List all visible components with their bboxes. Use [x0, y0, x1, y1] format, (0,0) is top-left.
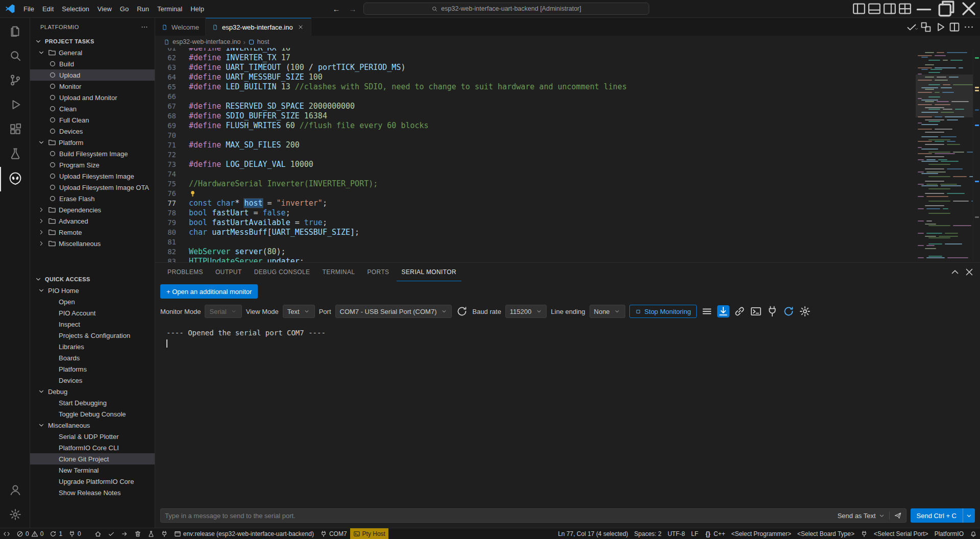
- send-options-chevron[interactable]: [963, 508, 975, 523]
- task-program-size[interactable]: Program Size: [30, 159, 155, 170]
- activitybar-testing[interactable]: [0, 142, 30, 167]
- baud-rate-select[interactable]: 115200: [505, 305, 547, 318]
- code-line-82[interactable]: 82WebServer server(80);: [155, 247, 916, 257]
- close-button[interactable]: [958, 0, 980, 17]
- task-build[interactable]: Build: [30, 58, 155, 69]
- task-devices[interactable]: Devices: [30, 126, 155, 137]
- panel-tab-problems[interactable]: PROBLEMS: [162, 263, 208, 281]
- auto-reconnect[interactable]: [782, 305, 795, 317]
- code-line-80[interactable]: 80char uartMessBuff[UART_MESSBUF_SIZE];: [155, 228, 916, 237]
- panel-tab-ports[interactable]: PORTS: [362, 263, 394, 281]
- statusbar-pio-serial-monitor[interactable]: [158, 528, 171, 539]
- code-line-72[interactable]: 72: [155, 150, 916, 160]
- minimap[interactable]: [916, 48, 973, 262]
- code-line-62[interactable]: 62#define INVERTER_TX 17: [155, 53, 916, 63]
- qa-show-release-notes[interactable]: Show Release Notes: [30, 487, 155, 498]
- group-pio-home[interactable]: PIO Home: [30, 285, 155, 296]
- code-content[interactable]: 61#define INVERTER_RX 1662#define INVERT…: [155, 48, 916, 262]
- open-changes-icon[interactable]: [920, 21, 932, 33]
- panel-tab-debug-console[interactable]: DEBUG CONSOLE: [249, 263, 315, 281]
- code-line-66[interactable]: 66: [155, 92, 916, 102]
- menu-go[interactable]: Go: [116, 4, 133, 14]
- code-line-64[interactable]: 64#define UART_MESSBUF_SIZE 100: [155, 72, 916, 82]
- folder-general[interactable]: General: [30, 47, 155, 58]
- panel-tab-serial-monitor[interactable]: SERIAL MONITOR: [397, 263, 462, 281]
- toggle-panel-icon[interactable]: [867, 0, 882, 17]
- menu-view[interactable]: View: [93, 4, 116, 14]
- menu-selection[interactable]: Selection: [58, 4, 93, 14]
- tab-esp32-web-interface-ino[interactable]: esp32-web-interface.ino: [206, 18, 311, 36]
- more-actions-icon[interactable]: [963, 21, 975, 33]
- customize-layout-icon[interactable]: [897, 0, 913, 17]
- qa-platforms[interactable]: Platforms: [30, 363, 155, 375]
- forward-button[interactable]: →: [347, 5, 358, 13]
- group-debug[interactable]: Debug: [30, 386, 155, 397]
- maximize-panel-icon[interactable]: [949, 266, 961, 278]
- activitybar-source-control[interactable]: [0, 69, 30, 93]
- folder-dependencies[interactable]: Dependencies: [30, 204, 155, 215]
- menu-help[interactable]: Help: [186, 4, 208, 14]
- activitybar-explorer[interactable]: [0, 20, 30, 44]
- section-project-tasks[interactable]: PROJECT TASKS: [30, 36, 155, 47]
- lightbulb-icon[interactable]: [189, 190, 197, 198]
- task-upload-filesystem-image-ota[interactable]: Upload Filesystem Image OTA: [30, 182, 155, 193]
- refresh-ports-icon[interactable]: [456, 305, 468, 317]
- line-ending-select[interactable]: None: [590, 305, 625, 318]
- back-button[interactable]: ←: [331, 5, 342, 13]
- more-actions-icon[interactable]: [140, 23, 149, 31]
- stop-monitoring-button[interactable]: Stop Monitoring: [629, 305, 697, 318]
- qa-serial-udp-plotter[interactable]: Serial & UDP Plotter: [30, 431, 155, 442]
- send-ctrl-c-button[interactable]: Send Ctrl + C: [911, 508, 963, 523]
- statusbar-sync-count[interactable]: 1: [46, 528, 65, 539]
- activitybar-accounts[interactable]: [0, 479, 30, 503]
- code-line-79[interactable]: 79bool fastUartAvailable = true;: [155, 218, 916, 228]
- close-panel-icon[interactable]: [964, 266, 975, 278]
- toggle-primary-sidebar-icon[interactable]: [851, 0, 867, 17]
- autoscroll-toggle[interactable]: [717, 305, 729, 317]
- run-task-icon[interactable]: [905, 21, 918, 33]
- activitybar-run-and-debug[interactable]: [0, 93, 30, 118]
- open-in-terminal[interactable]: [750, 305, 762, 317]
- statusbar-pio-home[interactable]: [91, 528, 105, 539]
- qa-boards[interactable]: Boards: [30, 352, 155, 363]
- activitybar-search[interactable]: [0, 44, 30, 69]
- qa-devices[interactable]: Devices: [30, 375, 155, 386]
- task-erase-flash[interactable]: Erase Flash: [30, 193, 155, 204]
- activitybar-extensions[interactable]: [0, 118, 30, 142]
- split-editor-icon[interactable]: [948, 21, 961, 33]
- folder-remote[interactable]: Remote: [30, 227, 155, 238]
- statusbar-pio-build[interactable]: [105, 528, 118, 539]
- code-line-75[interactable]: 75//HardwareSerial Inverter(INVERTER_POR…: [155, 179, 916, 189]
- statusbar-encoding[interactable]: UTF-8: [665, 528, 688, 539]
- menu-terminal[interactable]: Terminal: [153, 4, 186, 14]
- restore-button[interactable]: [935, 0, 958, 17]
- task-upload[interactable]: Upload: [30, 69, 155, 81]
- statusbar-pio-port[interactable]: COM7: [317, 528, 350, 539]
- qa-toggle-debug-console[interactable]: Toggle Debug Console: [30, 408, 155, 420]
- qa-open[interactable]: Open: [30, 296, 155, 307]
- task-upload-filesystem-image[interactable]: Upload Filesystem Image: [30, 170, 155, 182]
- panel-tab-output[interactable]: OUTPUT: [210, 263, 247, 281]
- qa-libraries[interactable]: Libraries: [30, 341, 155, 352]
- command-center[interactable]: esp32-web-interface-uart-backend [Admini…: [363, 3, 649, 15]
- serial-message-input[interactable]: [165, 512, 834, 520]
- group-miscellaneous[interactable]: Miscellaneous: [30, 420, 155, 431]
- statusbar-pty-host[interactable]: Pty Host: [350, 528, 388, 539]
- minimize-button[interactable]: [913, 0, 935, 17]
- code-line-81[interactable]: 81: [155, 237, 916, 247]
- task-monitor[interactable]: Monitor: [30, 81, 155, 92]
- breadcrumb-host[interactable]: host: [248, 38, 270, 45]
- folder-miscellaneous[interactable]: Miscellaneous: [30, 238, 155, 249]
- statusbar-language-mode[interactable]: {}C++: [701, 528, 728, 539]
- statusbar-indentation[interactable]: Spaces: 2: [631, 528, 665, 539]
- task-build-filesystem-image[interactable]: Build Filesystem Image: [30, 148, 155, 159]
- statusbar-pio-clean[interactable]: [131, 528, 144, 539]
- statusbar-cursor-position[interactable]: Ln 77, Col 17 (4 selected): [555, 528, 631, 539]
- qa-upgrade-platformio-core[interactable]: Upgrade PlatformIO Core: [30, 476, 155, 487]
- tab-welcome[interactable]: Welcome: [155, 18, 206, 36]
- code-line-70[interactable]: 70: [155, 131, 916, 140]
- menu-edit[interactable]: Edit: [38, 4, 58, 14]
- qa-inspect[interactable]: Inspect: [30, 318, 155, 330]
- panel-tab-terminal[interactable]: TERMINAL: [317, 263, 360, 281]
- monitor-mode-select[interactable]: Serial: [205, 305, 241, 318]
